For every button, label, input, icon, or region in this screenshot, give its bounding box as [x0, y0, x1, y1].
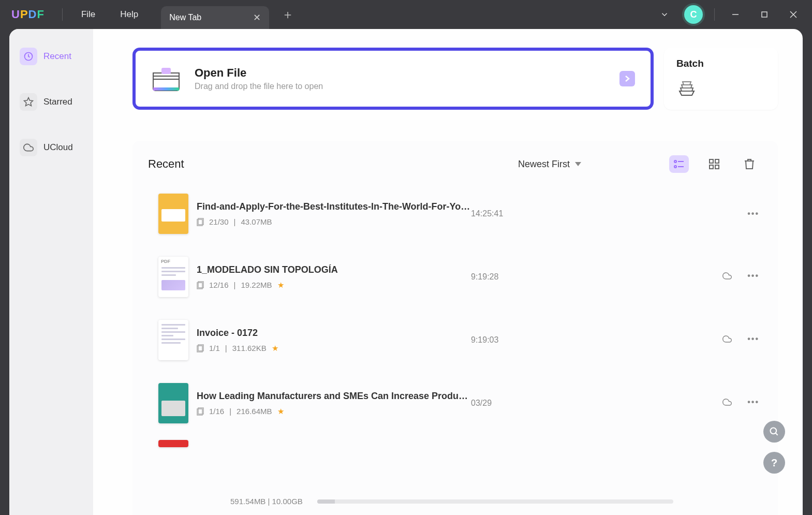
maximize-button[interactable]: [750, 0, 779, 29]
separator: [62, 8, 63, 21]
help-button[interactable]: ?: [763, 452, 785, 474]
close-tab-icon[interactable]: ✕: [253, 12, 261, 23]
svg-rect-17: [715, 165, 719, 169]
file-thumbnail: [158, 383, 188, 423]
star-icon: ★: [277, 281, 284, 290]
svg-rect-7: [161, 68, 171, 74]
star-icon: ★: [277, 407, 284, 416]
menu-file[interactable]: File: [69, 9, 108, 20]
cloud-icon[interactable]: [721, 398, 733, 409]
svg-rect-15: [715, 159, 719, 163]
open-file-dropzone[interactable]: Open File Drag and drop the file here to…: [132, 48, 654, 110]
file-size: 216.64MB: [237, 407, 272, 416]
sidebar-item-ucloud[interactable]: UCloud: [16, 133, 87, 163]
open-file-title: Open File: [195, 66, 323, 80]
sort-dropdown[interactable]: Newest First: [518, 159, 581, 170]
svg-rect-8: [153, 87, 179, 91]
storage-fill: [317, 499, 335, 504]
file-pages: 12/16: [209, 281, 229, 289]
user-avatar[interactable]: C: [684, 5, 703, 24]
svg-point-10: [674, 160, 676, 163]
svg-rect-1: [762, 12, 767, 17]
recent-title: Recent: [148, 157, 184, 171]
grid-view-button[interactable]: [704, 155, 724, 173]
svg-rect-14: [710, 159, 713, 163]
menu-help[interactable]: Help: [108, 9, 151, 20]
app-logo: UPDF: [0, 8, 56, 21]
file-name: How Leading Manufacturers and SMEs Can I…: [197, 391, 471, 402]
tab-new[interactable]: New Tab ✕: [161, 6, 269, 29]
batch-title: Batch: [676, 58, 765, 69]
folder-icon: [151, 66, 181, 92]
svg-line-27: [776, 433, 778, 435]
svg-point-26: [771, 428, 777, 434]
batch-panel[interactable]: Batch: [664, 48, 778, 110]
main-content: Open File Drag and drop the file here to…: [93, 29, 803, 515]
separator: [714, 8, 715, 21]
file-time: 14:25:41: [471, 209, 574, 218]
cloud-icon[interactable]: [721, 271, 733, 283]
file-time: 9:19:03: [471, 335, 574, 345]
file-thumbnail: [158, 440, 188, 447]
more-icon[interactable]: •••: [747, 398, 759, 409]
workspace: Recent Starred UCloud Open File Drag and…: [9, 29, 803, 515]
sidebar-item-label: UCloud: [43, 142, 73, 153]
cloud-icon[interactable]: [721, 334, 733, 346]
pages-icon: [197, 281, 204, 289]
pages-icon: [197, 344, 204, 352]
file-row[interactable]: Find-and-Apply-For-the-Best-Institutes-I…: [132, 182, 778, 245]
star-icon: ★: [272, 344, 278, 353]
file-name: 1_MODELADO SIN TOPOLOGÍA: [197, 264, 471, 275]
titlebar: UPDF File Help New Tab ✕ ＋ C: [0, 0, 812, 29]
more-icon[interactable]: •••: [747, 271, 759, 283]
file-time: 9:19:28: [471, 272, 574, 282]
trash-button[interactable]: [740, 155, 759, 173]
list-view-button[interactable]: [669, 155, 689, 173]
svg-point-12: [674, 166, 676, 168]
new-tab-button[interactable]: ＋: [282, 6, 294, 23]
storage-text: 591.54MB | 10.00GB: [230, 497, 303, 506]
file-pages: 1/16: [209, 407, 224, 416]
cloud-icon: [20, 139, 37, 156]
minimize-button[interactable]: [721, 0, 750, 29]
file-size: 43.07MB: [241, 217, 272, 226]
open-file-subtitle: Drag and drop the file here to open: [195, 82, 323, 91]
file-size: 311.62KB: [232, 344, 267, 352]
tab-label: New Tab: [169, 13, 201, 22]
pages-icon: [197, 407, 204, 416]
search-button[interactable]: [763, 421, 785, 443]
file-thumbnail: [158, 194, 188, 234]
file-pages: 1/1: [209, 344, 220, 352]
storage-bar: 591.54MB | 10.00GB: [230, 497, 673, 506]
file-time: 03/29: [471, 399, 574, 408]
file-list: Find-and-Apply-For-the-Best-Institutes-I…: [132, 182, 778, 515]
sidebar-item-label: Starred: [43, 97, 72, 107]
close-button[interactable]: [779, 0, 808, 29]
clock-icon: [20, 48, 37, 65]
svg-marker-5: [24, 98, 33, 106]
storage-progress: [317, 499, 673, 504]
file-row[interactable]: PDF 1_MODELADO SIN TOPOLOGÍA 12/16 | 19.…: [132, 245, 778, 308]
sidebar-item-recent[interactable]: Recent: [16, 41, 87, 71]
file-row[interactable]: [132, 435, 778, 447]
sidebar: Recent Starred UCloud: [9, 29, 93, 515]
sidebar-item-starred[interactable]: Starred: [16, 87, 87, 117]
file-thumbnail: [158, 320, 188, 360]
file-row[interactable]: How Leading Manufacturers and SMEs Can I…: [132, 372, 778, 435]
file-name: Invoice - 0172: [197, 328, 471, 339]
file-row[interactable]: Invoice - 0172 1/1 | 311.62KB ★ 9:19:03 …: [132, 308, 778, 372]
star-icon: [20, 93, 37, 111]
file-thumbnail: PDF: [158, 257, 188, 297]
recent-panel: Recent Newest First Find-and-Apply-For-t…: [132, 141, 778, 515]
more-icon[interactable]: •••: [747, 334, 759, 346]
file-size: 19.22MB: [241, 281, 272, 289]
chevron-right-icon[interactable]: [619, 71, 635, 86]
dropdown-icon[interactable]: [650, 0, 679, 29]
sidebar-item-label: Recent: [43, 51, 71, 62]
caret-down-icon: [575, 162, 581, 166]
file-name: Find-and-Apply-For-the-Best-Institutes-I…: [197, 201, 471, 212]
file-pages: 21/30: [209, 217, 229, 226]
svg-rect-16: [710, 165, 713, 169]
more-icon[interactable]: •••: [747, 209, 759, 218]
pages-icon: [197, 218, 204, 226]
